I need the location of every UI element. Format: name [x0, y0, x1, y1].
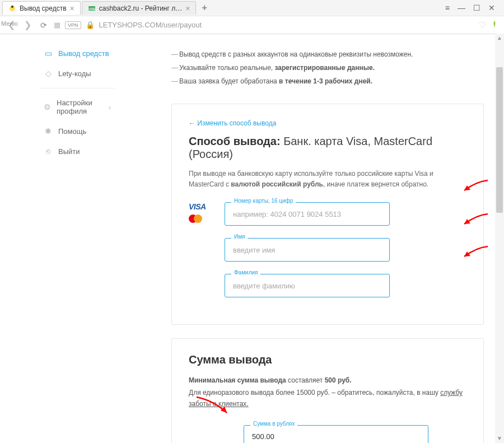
close-icon[interactable]: × — [185, 4, 190, 13]
leaf-icon[interactable] — [491, 20, 498, 30]
maximize-icon[interactable]: ☐ — [473, 3, 480, 12]
minimize-icon[interactable]: — — [458, 3, 465, 12]
exit-icon: ⎋ — [44, 147, 53, 156]
divider — [39, 88, 115, 88]
sidebar-item-settings[interactable]: ⚙ Настройки профиля › — [39, 93, 115, 121]
menu-label: Меню — [1, 20, 18, 27]
browser-tab[interactable]: CASH cashback2.ru - Рейтинг л… × — [82, 1, 197, 15]
minimum-text: Минимальная сумма вывода составляет 500 … — [189, 376, 466, 384]
main-content: Вывод средств с разных аккаунтов на один… — [115, 38, 504, 443]
svg-text:CASH: CASH — [88, 7, 96, 11]
vpn-badge[interactable]: VPN — [65, 21, 81, 29]
tab-bar: Вывод средств × CASH cashback2.ru - Рейт… — [0, 0, 504, 16]
field-label: Имя — [231, 234, 248, 240]
help-icon: ✱ — [44, 127, 53, 136]
amount-title: Сумма вывода — [189, 353, 466, 366]
tag-icon: ◇ — [44, 69, 53, 78]
address-bar: ❮ ❯ ⟳ ▦ VPN 🔒 LETYSHOPS.COM/user/payout … — [0, 16, 504, 34]
tab-title: cashback2.ru - Рейтинг л… — [99, 4, 182, 12]
chevron-right-icon: › — [109, 103, 111, 111]
new-tab-button[interactable]: + — [197, 3, 211, 13]
sidebar-item-help[interactable]: ✱ Помощь — [39, 121, 115, 141]
lock-icon: 🔒 — [86, 21, 95, 29]
notice-item: Вывод средств с разных аккаунтов на один… — [171, 48, 484, 61]
annotation-arrow-icon — [460, 178, 489, 195]
browser-tab-active[interactable]: Вывод средств × — [2, 1, 81, 15]
tab-title: Вывод средств — [20, 4, 67, 12]
first-name-input[interactable] — [225, 238, 390, 262]
notice-item: Указывайте только реальные, зарегистриро… — [171, 61, 484, 74]
sidebar: ▭ Вывод средств ◇ Lety-коды ⚙ Настройки … — [0, 38, 115, 443]
sidebar-item-label: Выйти — [58, 147, 80, 156]
url-field[interactable]: LETYSHOPS.COM/user/payout — [99, 21, 474, 29]
method-description: При выводе на банковскую карту используй… — [189, 169, 466, 190]
sidebar-item-label: Вывод средств — [58, 49, 109, 58]
card-brand-logos: VISA — [189, 202, 214, 223]
sidebar-item-label: Помощь — [58, 127, 86, 136]
sidebar-item-label: Lety-коды — [58, 69, 91, 78]
last-name-input[interactable] — [225, 274, 390, 297]
tab-favicon-icon: CASH — [88, 4, 96, 12]
payout-method-card: ← Изменить способ вывода Способ вывода: … — [171, 104, 484, 325]
close-icon[interactable]: × — [70, 4, 74, 13]
menu-icon[interactable]: ≡ — [445, 3, 450, 12]
wallet-icon: ▭ — [44, 49, 53, 58]
change-method-link[interactable]: ← Изменить способ вывода — [189, 119, 276, 127]
forward-icon[interactable]: ❯ — [22, 20, 34, 30]
tab-favicon-icon — [8, 4, 16, 12]
field-label: Сумма в рублях — [250, 421, 297, 427]
mastercard-logo-icon — [189, 214, 214, 223]
gear-icon: ⚙ — [44, 102, 51, 111]
card-number-field: Номер карты, 16 цифр — [225, 202, 466, 226]
sidebar-item-codes[interactable]: ◇ Lety-коды — [39, 63, 115, 83]
close-window-icon[interactable]: ✕ — [488, 3, 495, 12]
annotation-arrow-icon — [460, 244, 489, 261]
annotation-arrow-icon — [194, 395, 234, 417]
first-name-field: Имя — [225, 238, 466, 262]
notice-list: Вывод средств с разных аккаунтов на один… — [171, 48, 484, 88]
reload-icon[interactable]: ⟳ — [38, 21, 49, 30]
sidebar-item-label: Настройки профиля — [57, 99, 103, 115]
annotation-arrow-icon — [460, 212, 489, 229]
amount-field: Сумма в рублях — [244, 425, 466, 443]
scroll-up-icon[interactable]: ▲ — [495, 34, 504, 43]
scroll-down-icon[interactable]: ▼ — [495, 434, 504, 443]
sidebar-item-payout[interactable]: ▭ Вывод средств — [39, 43, 115, 63]
browser-chrome: Вывод средств × CASH cashback2.ru - Рейт… — [0, 0, 504, 34]
heart-icon[interactable]: ♡ — [479, 20, 486, 30]
last-name-field: Фамилия — [225, 274, 466, 297]
page-content: ▭ Вывод средств ◇ Lety-коды ⚙ Настройки … — [0, 38, 504, 443]
card-number-input[interactable] — [225, 202, 390, 226]
sidebar-item-logout[interactable]: ⎋ Выйти — [39, 141, 115, 161]
notice-item: Ваша заявка будет обработана в течение 1… — [171, 74, 484, 88]
amount-input[interactable] — [244, 425, 428, 443]
visa-logo-icon: VISA — [189, 202, 214, 211]
field-label: Номер карты, 16 цифр — [231, 198, 296, 204]
vertical-scrollbar[interactable]: ▲ ▼ — [495, 34, 504, 443]
scrollbar-thumb[interactable] — [496, 67, 503, 213]
grid-icon[interactable]: ▦ — [54, 21, 60, 29]
field-label: Фамилия — [231, 269, 260, 276]
svg-point-1 — [11, 6, 13, 8]
method-title: Способ вывода: Банк. карта Visa, MasterC… — [189, 135, 466, 161]
amount-card: Сумма вывода Минимальная сумма вывода со… — [171, 338, 484, 443]
